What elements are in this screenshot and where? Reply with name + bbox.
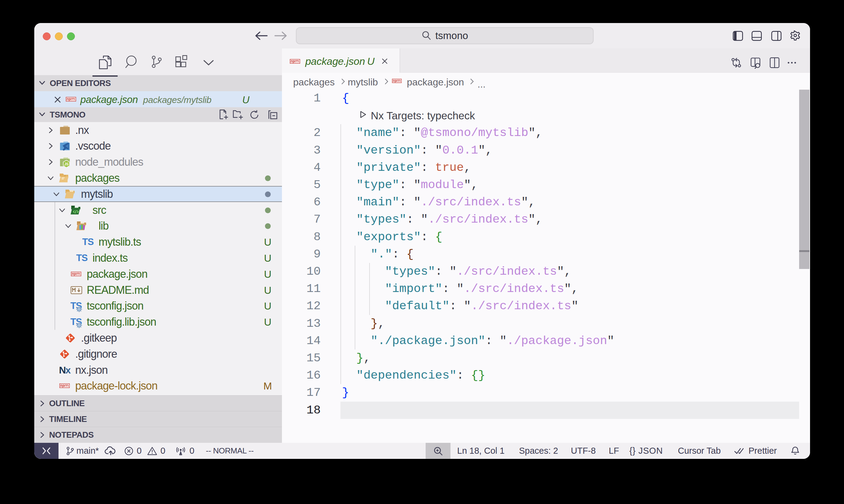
- svg-text:JS: JS: [64, 162, 69, 166]
